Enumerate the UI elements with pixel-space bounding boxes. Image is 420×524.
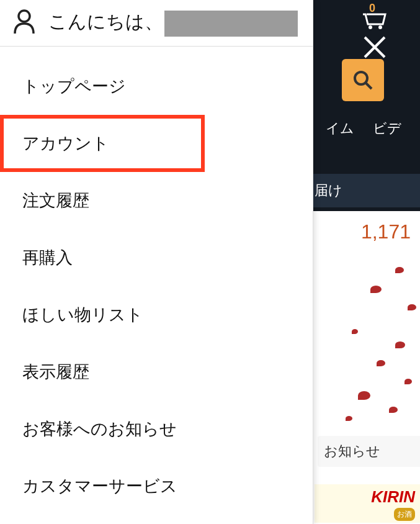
navigation-drawer: こんにちは、 トップページ アカウント 注文履歴 再購入 ほしい物リスト 表示履… (0, 0, 313, 524)
svg-point-2 (378, 25, 382, 29)
menu-item-wishlist[interactable]: ほしい物リスト (0, 286, 313, 343)
background-overlay: 0 イムビデ 届け 1,171 お知らせ KIR (308, 0, 420, 524)
menu-list: トップページ アカウント 注文履歴 再購入 ほしい物リスト 表示履歴 お客様への… (0, 47, 313, 515)
menu-item-browsing-history[interactable]: 表示履歴 (0, 343, 313, 400)
ad-banner-kirin[interactable]: KIRIN お酒 (315, 484, 420, 523)
kirin-alcohol-badge: お酒 (394, 508, 415, 521)
kirin-logo-text: KIRIN (319, 487, 415, 507)
svg-point-7 (19, 11, 30, 22)
svg-point-5 (355, 72, 367, 84)
background-nav: イムビデ (321, 119, 420, 138)
menu-item-customer-service[interactable]: カスタマーサービス (0, 458, 313, 515)
menu-item-notifications[interactable]: お客様へのお知らせ (0, 400, 313, 458)
menu-item-top-page[interactable]: トップページ (0, 58, 313, 115)
nav-fragment-2[interactable]: ビデ (373, 120, 401, 136)
nav-fragment-1[interactable]: イム (326, 120, 354, 136)
menu-item-order-history[interactable]: 注文履歴 (0, 172, 313, 229)
greeting-text: こんにちは、 (48, 9, 298, 36)
svg-text:0: 0 (369, 3, 375, 14)
notice-button[interactable]: お知らせ (318, 436, 420, 467)
user-name-redacted (164, 11, 298, 37)
price-text: 1,171 (308, 214, 411, 250)
cart-icon[interactable]: 0 (359, 3, 389, 32)
drawer-header: こんにちは、 (0, 0, 313, 47)
svg-line-6 (366, 83, 372, 89)
menu-item-repurchase[interactable]: 再購入 (0, 229, 313, 286)
decorative-petals (321, 261, 420, 428)
search-button[interactable] (342, 59, 384, 101)
delivery-banner[interactable]: 届け (308, 174, 420, 207)
user-icon (12, 9, 36, 37)
menu-item-account[interactable]: アカウント (0, 115, 205, 172)
svg-point-1 (369, 25, 372, 29)
search-icon (352, 69, 374, 91)
